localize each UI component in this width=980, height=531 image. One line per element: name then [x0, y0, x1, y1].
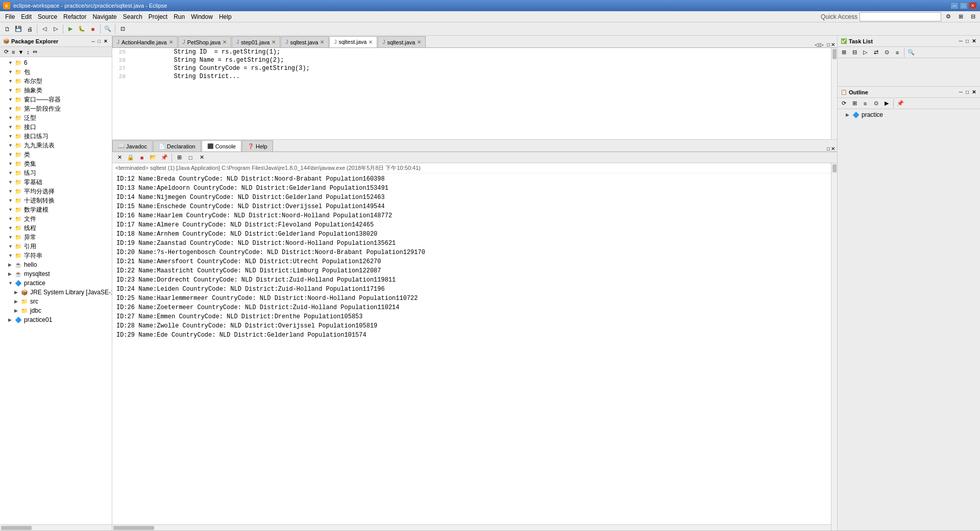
- tl-btn-6[interactable]: ≡: [892, 47, 902, 58]
- outline-controls[interactable]: ─ □ ✕: [958, 89, 977, 95]
- tree-toggle-24[interactable]: ▼: [8, 281, 14, 286]
- editor-tab-2[interactable]: Jstep01.java✕: [232, 36, 280, 47]
- pe-btn-2[interactable]: ≡: [11, 49, 16, 55]
- tab-maximize[interactable]: □: [827, 42, 830, 47]
- menu-item-project[interactable]: Project: [145, 12, 170, 21]
- editor-scrollbar[interactable]: [831, 48, 837, 139]
- console-side-scroll[interactable]: [831, 163, 837, 530]
- tree-toggle-8[interactable]: ▼: [8, 134, 14, 139]
- tree-toggle-28[interactable]: ▶: [8, 317, 14, 322]
- tree-item-22[interactable]: ▶☕hello: [0, 260, 112, 269]
- tree-item-19[interactable]: ▼📁异常: [0, 233, 112, 242]
- tl-btn-1[interactable]: ⊞: [839, 47, 849, 58]
- tree-item-7[interactable]: ▼📁接口: [0, 122, 112, 132]
- tree-item-8[interactable]: ▼📁接口练习: [0, 132, 112, 141]
- tree-toggle-2[interactable]: ▼: [8, 79, 14, 84]
- ol-btn-1[interactable]: ⟳: [839, 98, 849, 109]
- tree-item-5[interactable]: ▼📁第一阶段作业: [0, 104, 112, 113]
- console-close[interactable]: ✕: [197, 153, 207, 163]
- tree-toggle-27[interactable]: ▶: [14, 308, 20, 313]
- ol-btn-6[interactable]: 📌: [895, 98, 905, 109]
- bottom-tab-help[interactable]: ❓Help: [242, 140, 273, 151]
- tree-toggle-14[interactable]: ▼: [8, 189, 14, 194]
- tree-toggle-12[interactable]: ▼: [8, 170, 14, 175]
- tree-toggle-7[interactable]: ▼: [8, 124, 14, 130]
- toolbar-print[interactable]: 🖨: [24, 24, 35, 34]
- tree-item-3[interactable]: ▼📁抽象类: [0, 86, 112, 95]
- tab-close-4[interactable]: ✕: [369, 39, 373, 45]
- toolbar-perspective[interactable]: ⊡: [117, 24, 128, 34]
- tl-minimize[interactable]: ─: [958, 38, 964, 44]
- panel-maximize-btn[interactable]: □: [97, 38, 102, 44]
- toolbar-save[interactable]: 💾: [13, 24, 23, 34]
- tab-close-5[interactable]: ✕: [417, 39, 421, 45]
- ol-btn-4[interactable]: ⊙: [871, 98, 881, 109]
- tree-toggle-3[interactable]: ▼: [8, 88, 14, 93]
- editor-tab-4[interactable]: Jsqltest.java✕: [329, 36, 377, 47]
- menu-item-source[interactable]: Source: [35, 12, 60, 21]
- tab-scroll-right[interactable]: ▷: [820, 42, 824, 47]
- menu-item-search[interactable]: Search: [120, 12, 145, 21]
- tl-btn-5[interactable]: ⊙: [881, 47, 892, 58]
- tree-toggle-4[interactable]: ▼: [8, 97, 14, 102]
- tree-toggle-11[interactable]: ▼: [8, 161, 14, 166]
- tree-toggle-26[interactable]: ▶: [14, 299, 20, 304]
- title-bar-controls[interactable]: ─ □ ✕: [950, 2, 977, 9]
- pe-btn-1[interactable]: ⟳: [3, 48, 10, 55]
- tree-item-10[interactable]: ▼📁类: [0, 150, 112, 159]
- console-maximize[interactable]: □: [185, 153, 195, 163]
- tree-toggle-5[interactable]: ▼: [8, 106, 14, 111]
- toolbar-fwd[interactable]: ▷: [51, 24, 61, 34]
- tree-toggle-10[interactable]: ▼: [8, 152, 14, 157]
- ol-btn-5[interactable]: ▶: [881, 98, 892, 109]
- tree-item-20[interactable]: ▼📁引用: [0, 242, 112, 251]
- tree-item-11[interactable]: ▼📁类集: [0, 159, 112, 168]
- menu-item-edit[interactable]: Edit: [18, 12, 35, 21]
- toolbar-btn-3[interactable]: ⊟: [968, 12, 978, 22]
- tree-toggle-22[interactable]: ▶: [8, 262, 14, 267]
- tree-toggle-19[interactable]: ▼: [8, 235, 14, 240]
- close-button[interactable]: ✕: [969, 2, 977, 9]
- menu-item-help[interactable]: Help: [216, 12, 235, 21]
- editor-tab-3[interactable]: Jsqltest.java✕: [281, 36, 329, 47]
- quick-access-input[interactable]: [860, 12, 941, 21]
- console-hscroll[interactable]: [112, 524, 831, 530]
- console-format[interactable]: ⊞: [174, 153, 184, 163]
- toolbar-debug[interactable]: 🐛: [77, 24, 87, 34]
- tree-toggle-1[interactable]: ▼: [8, 69, 14, 74]
- tab-close-2[interactable]: ✕: [272, 39, 276, 45]
- toolbar-run[interactable]: ▶: [65, 24, 76, 34]
- tree-item-16[interactable]: ▼📁数学建模: [0, 205, 112, 214]
- tree-item-13[interactable]: ▼📁零基础: [0, 178, 112, 187]
- tl-maximize[interactable]: □: [965, 38, 970, 44]
- tree-item-28[interactable]: ▶🔷practice01: [0, 315, 112, 324]
- menu-item-refactor[interactable]: Refactor: [60, 12, 89, 21]
- outline-project[interactable]: ▶ 🔷 practice: [838, 110, 980, 119]
- panel-minimize-btn[interactable]: ─: [90, 38, 95, 44]
- tree-toggle-6[interactable]: ▼: [8, 115, 14, 120]
- bottom-tab-console[interactable]: ⬛Console: [202, 140, 241, 151]
- tree-item-9[interactable]: ▼📁九九乘法表: [0, 141, 112, 150]
- tree-item-12[interactable]: ▼📁练习: [0, 168, 112, 178]
- tree-toggle-23[interactable]: ▶: [8, 271, 14, 276]
- ol-btn-3[interactable]: ≡: [860, 98, 870, 109]
- console-scroll-lock[interactable]: 🔒: [126, 153, 136, 163]
- tree-item-24[interactable]: ▼🔷practice: [0, 279, 112, 288]
- tl-btn-3[interactable]: ▷: [860, 47, 870, 58]
- console-pin[interactable]: 📌: [159, 153, 169, 163]
- toolbar-new[interactable]: 🗋: [2, 24, 12, 34]
- bottom-tab-declaration[interactable]: 📄Declaration: [153, 140, 201, 151]
- pe-btn-3[interactable]: ▼: [17, 49, 24, 55]
- tab-close-3[interactable]: ✕: [320, 39, 324, 45]
- tree-item-21[interactable]: ▼📁字符串: [0, 251, 112, 260]
- pe-btn-5[interactable]: ⇔: [32, 48, 38, 55]
- btab-close[interactable]: ✕: [831, 146, 835, 151]
- panel-header-controls[interactable]: ─ □ ✕: [90, 38, 109, 44]
- ol-close[interactable]: ✕: [971, 89, 977, 95]
- tree-toggle-16[interactable]: ▼: [8, 207, 14, 212]
- package-explorer-hscroll[interactable]: [0, 524, 112, 530]
- tree-item-6[interactable]: ▼📁泛型: [0, 113, 112, 122]
- menu-item-navigate[interactable]: Navigate: [89, 12, 119, 21]
- ol-minimize[interactable]: ─: [958, 89, 964, 95]
- tree-toggle-25[interactable]: ▶: [14, 290, 20, 295]
